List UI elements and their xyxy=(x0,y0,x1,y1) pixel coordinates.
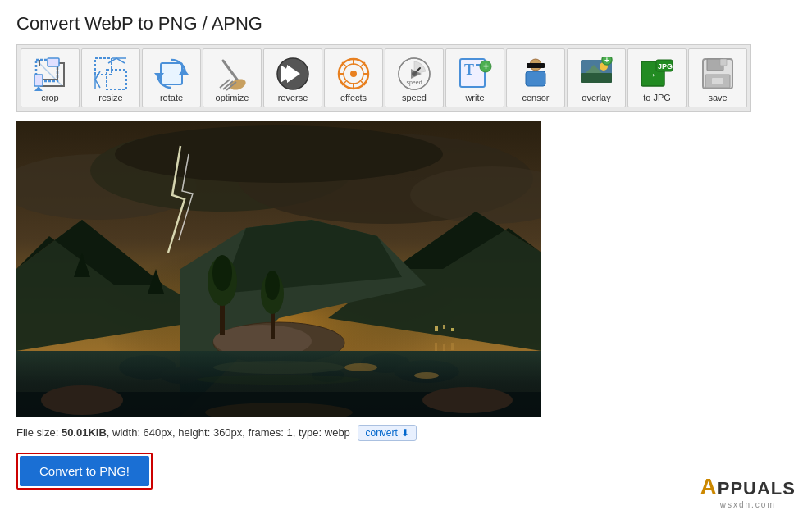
write-icon: T + xyxy=(458,57,492,91)
svg-text:JPG: JPG xyxy=(658,62,673,71)
save-label: save xyxy=(708,93,727,103)
svg-point-29 xyxy=(350,71,357,77)
svg-point-95 xyxy=(414,372,439,379)
page-wrapper: Convert WebP to PNG / APNG crop xyxy=(0,0,812,510)
convert-button-wrapper: Convert to PNG! xyxy=(16,453,153,490)
svg-rect-97 xyxy=(443,325,445,329)
tool-rotate[interactable]: rotate xyxy=(142,48,201,107)
file-size-value: 50.01KiB xyxy=(62,426,107,439)
svg-text:+: + xyxy=(604,57,609,65)
svg-rect-7 xyxy=(95,58,112,75)
image-preview xyxy=(16,121,541,417)
rotate-label: rotate xyxy=(160,93,183,103)
rotate-icon xyxy=(154,57,189,91)
file-dimensions: , width: 640px, height: 360px, frames: 1… xyxy=(107,426,350,439)
overlay-icon: + xyxy=(579,57,614,91)
svg-point-103 xyxy=(41,385,123,415)
svg-text:→: → xyxy=(645,68,657,81)
svg-rect-62 xyxy=(712,78,723,84)
tool-overlay[interactable]: + overlay xyxy=(567,48,626,107)
svg-rect-98 xyxy=(451,328,454,331)
crop-icon xyxy=(33,57,67,91)
svg-rect-100 xyxy=(443,344,445,351)
optimize-icon xyxy=(215,57,249,91)
speed-label: speed xyxy=(402,93,427,103)
tool-optimize[interactable]: optimize xyxy=(203,48,262,107)
svg-point-93 xyxy=(197,375,361,385)
censor-icon xyxy=(518,57,553,91)
svg-rect-4 xyxy=(34,75,43,86)
logo-area: APPUALS wsxdn.com xyxy=(700,474,796,509)
to-jpg-label: to JPG xyxy=(643,93,671,103)
file-size-label: File size: xyxy=(16,426,62,439)
svg-rect-49 xyxy=(581,73,612,83)
crop-label: crop xyxy=(41,93,58,103)
convert-format-link[interactable]: convert ⬇ xyxy=(358,425,416,441)
tool-resize[interactable]: resize xyxy=(81,48,140,107)
reverse-label: reverse xyxy=(278,93,308,103)
svg-rect-99 xyxy=(435,343,437,351)
svg-point-69 xyxy=(115,125,443,183)
reverse-icon xyxy=(276,57,310,91)
svg-point-94 xyxy=(344,363,377,371)
save-icon xyxy=(700,57,735,91)
tool-crop[interactable]: crop xyxy=(21,48,80,107)
svg-rect-96 xyxy=(435,326,438,331)
svg-rect-11 xyxy=(161,63,182,84)
overlay-label: overlay xyxy=(582,93,610,103)
file-info: File size: 50.01KiB, width: 640px, heigh… xyxy=(16,425,796,441)
svg-point-104 xyxy=(422,387,513,413)
logo-text-rest: PPUALS xyxy=(718,478,796,499)
tool-effects[interactable]: effects xyxy=(324,48,383,107)
svg-rect-46 xyxy=(526,71,545,86)
optimize-label: optimize xyxy=(216,93,249,103)
svg-rect-6 xyxy=(48,58,59,66)
svg-point-90 xyxy=(265,271,280,300)
svg-rect-47 xyxy=(527,63,545,68)
svg-point-92 xyxy=(213,361,344,374)
tool-save[interactable]: save xyxy=(688,48,747,107)
tool-write[interactable]: T + write xyxy=(445,48,504,107)
tool-reverse[interactable]: reverse xyxy=(263,48,322,107)
effects-label: effects xyxy=(340,93,367,103)
tool-speed[interactable]: speed speed xyxy=(385,48,444,107)
convert-link-icon: ⬇ xyxy=(401,427,409,439)
logo-sub: wsxdn.com xyxy=(720,500,776,509)
svg-rect-8 xyxy=(107,70,126,89)
write-label: write xyxy=(465,93,484,103)
censor-label: censor xyxy=(522,93,549,103)
svg-rect-60 xyxy=(720,59,727,66)
svg-text:speed: speed xyxy=(406,80,422,86)
resize-label: resize xyxy=(98,93,122,103)
convert-link-label: convert xyxy=(365,427,397,439)
logo: APPUALS xyxy=(700,474,796,500)
effects-icon xyxy=(336,57,371,91)
tool-to-jpg[interactable]: → JPG to JPG xyxy=(627,48,687,107)
speed-icon: speed xyxy=(397,57,431,91)
svg-text:T: T xyxy=(464,61,474,78)
page-title: Convert WebP to PNG / APNG xyxy=(16,13,796,34)
svg-point-87 xyxy=(212,255,232,291)
logo-a: A xyxy=(700,474,718,499)
tool-censor[interactable]: censor xyxy=(506,48,565,107)
to-jpg-icon: → JPG xyxy=(640,57,674,91)
svg-rect-101 xyxy=(451,343,454,350)
svg-line-14 xyxy=(223,61,239,83)
svg-text:+: + xyxy=(483,61,489,72)
svg-line-16 xyxy=(220,80,230,88)
convert-to-png-button[interactable]: Convert to PNG! xyxy=(20,456,149,486)
toolbar: crop resize xyxy=(16,44,751,112)
resize-icon xyxy=(94,57,128,91)
